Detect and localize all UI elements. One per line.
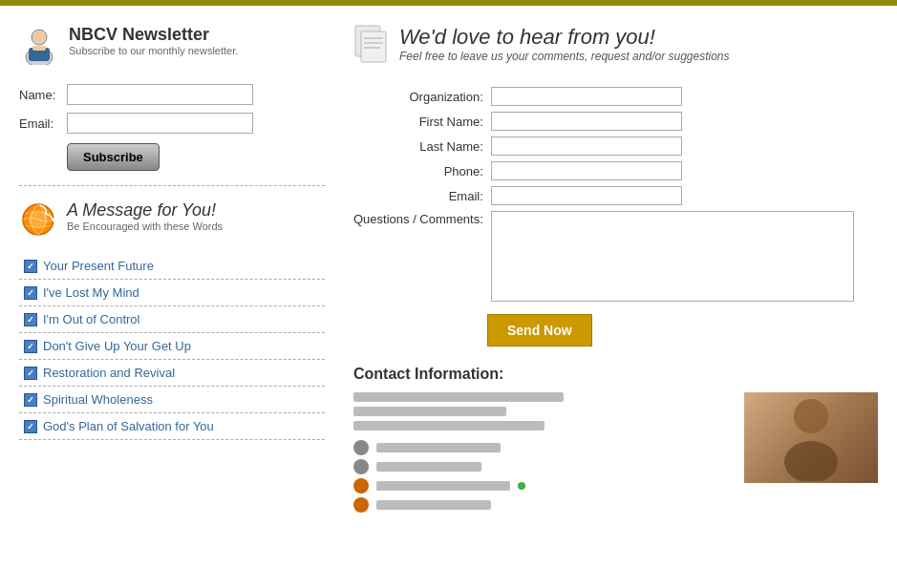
message-subtitle: Be Encouraged with these Words bbox=[67, 220, 223, 232]
list-item[interactable]: Your Present Future bbox=[19, 253, 325, 280]
svg-rect-9 bbox=[361, 32, 386, 62]
person-icon bbox=[19, 25, 59, 65]
form-table: Organization: First Name: Last Name: Pho… bbox=[353, 84, 860, 304]
first-name-label: First Name: bbox=[353, 109, 491, 134]
phone2-icon bbox=[353, 459, 369, 474]
menu-link[interactable]: Restoration and Revival bbox=[43, 366, 175, 380]
email-value bbox=[376, 481, 510, 491]
checkbox-icon bbox=[24, 260, 37, 273]
person-photo bbox=[744, 392, 878, 483]
website-icon bbox=[353, 497, 369, 513]
newsletter-text: NBCV Newsletter Subscribe to our monthly… bbox=[69, 25, 238, 56]
phone-row: Phone: bbox=[353, 158, 860, 183]
svg-point-13 bbox=[794, 399, 828, 433]
contact-form: Organization: First Name: Last Name: Pho… bbox=[353, 84, 878, 346]
person-silhouette bbox=[773, 395, 849, 481]
email-contact-row bbox=[353, 478, 725, 494]
document-icon bbox=[353, 25, 388, 65]
email-row: Email: bbox=[19, 113, 325, 134]
checkbox-icon bbox=[24, 340, 37, 353]
divider-1 bbox=[19, 185, 325, 186]
list-item[interactable]: God's Plan of Salvation for You bbox=[19, 413, 325, 440]
phone-value bbox=[376, 443, 501, 452]
organization-label: Organization: bbox=[353, 84, 491, 109]
contact-header: We'd love to hear from you! Feel free to… bbox=[353, 25, 878, 65]
checkbox-icon bbox=[24, 393, 37, 407]
list-item[interactable]: Don't Give Up Your Get Up bbox=[19, 333, 325, 360]
svg-point-14 bbox=[784, 441, 838, 481]
last-name-row: Last Name: bbox=[353, 134, 860, 158]
last-name-input[interactable] bbox=[491, 136, 682, 156]
questions-textarea[interactable] bbox=[491, 211, 854, 302]
menu-link[interactable]: I'm Out of Control bbox=[43, 312, 139, 326]
contact-info-title: Contact Information: bbox=[353, 366, 878, 383]
website-value bbox=[376, 500, 491, 510]
phone-label: Phone: bbox=[353, 158, 491, 183]
checkbox-icon bbox=[24, 313, 37, 326]
contact-details bbox=[353, 392, 878, 516]
first-name-input[interactable] bbox=[491, 112, 682, 131]
globe-icon bbox=[19, 200, 57, 239]
newsletter-subtitle: Subscribe to our monthly newsletter. bbox=[69, 45, 238, 56]
menu-link[interactable]: Your Present Future bbox=[43, 259, 154, 273]
newsletter-title: NBCV Newsletter bbox=[69, 25, 238, 45]
list-item[interactable]: I'm Out of Control bbox=[19, 306, 325, 333]
status-dot bbox=[518, 482, 525, 490]
menu-list: Your Present Future I've Lost My Mind I'… bbox=[19, 253, 325, 440]
list-item[interactable]: I've Lost My Mind bbox=[19, 280, 325, 306]
name-input[interactable] bbox=[67, 84, 253, 105]
last-name-label: Last Name: bbox=[353, 134, 491, 158]
subscribe-button[interactable]: Subscribe bbox=[67, 143, 160, 171]
phone2-row bbox=[353, 459, 725, 474]
left-column: NBCV Newsletter Subscribe to our monthly… bbox=[19, 25, 325, 516]
contact-header-text: We'd love to hear from you! Feel free to… bbox=[399, 25, 730, 63]
address-line-3 bbox=[353, 421, 545, 430]
message-text: A Message for You! Be Encouraged with th… bbox=[67, 200, 223, 232]
checkbox-icon bbox=[24, 420, 37, 433]
name-label: Name: bbox=[19, 88, 67, 102]
organization-row: Organization: bbox=[353, 84, 860, 109]
list-item[interactable]: Spiritual Wholeness bbox=[19, 387, 325, 413]
contact-info-section: Contact Information: bbox=[353, 366, 878, 516]
website-row bbox=[353, 497, 725, 513]
svg-rect-4 bbox=[32, 46, 46, 51]
phone-icon bbox=[353, 440, 369, 455]
menu-link[interactable]: God's Plan of Salvation for You bbox=[43, 419, 214, 433]
address-line-2 bbox=[353, 407, 506, 416]
newsletter-section: NBCV Newsletter Subscribe to our monthly… bbox=[19, 25, 325, 65]
send-button-row: Send Now bbox=[353, 304, 878, 346]
checkbox-icon bbox=[24, 286, 37, 300]
contact-title: We'd love to hear from you! bbox=[399, 25, 730, 50]
contact-text-block bbox=[353, 392, 725, 516]
email-input[interactable] bbox=[67, 113, 253, 134]
list-item[interactable]: Restoration and Revival bbox=[19, 360, 325, 387]
checkbox-icon bbox=[24, 367, 37, 380]
menu-link[interactable]: I've Lost My Mind bbox=[43, 285, 139, 300]
send-button[interactable]: Send Now bbox=[487, 314, 592, 346]
contact-subtitle: Feel free to leave us your comments, req… bbox=[399, 50, 730, 63]
phone2-value bbox=[376, 462, 481, 472]
phone-row bbox=[353, 440, 725, 455]
email-label: Email: bbox=[353, 183, 491, 208]
svg-point-2 bbox=[33, 31, 45, 42]
first-name-row: First Name: bbox=[353, 109, 860, 134]
email-row: Email: bbox=[353, 183, 860, 208]
questions-label: Questions / Comments: bbox=[353, 208, 491, 304]
message-title: A Message for You! bbox=[67, 200, 223, 220]
email-label: Email: bbox=[19, 116, 67, 131]
questions-row: Questions / Comments: bbox=[353, 208, 860, 304]
phone-input[interactable] bbox=[491, 161, 682, 180]
address-line-1 bbox=[353, 392, 564, 402]
menu-link[interactable]: Spiritual Wholeness bbox=[43, 392, 153, 407]
email-input[interactable] bbox=[491, 186, 682, 205]
menu-link[interactable]: Don't Give Up Your Get Up bbox=[43, 339, 191, 353]
email-icon bbox=[353, 478, 369, 494]
name-row: Name: bbox=[19, 84, 325, 105]
right-column: We'd love to hear from you! Feel free to… bbox=[353, 25, 878, 516]
message-section: A Message for You! Be Encouraged with th… bbox=[19, 200, 325, 239]
photo-inner bbox=[744, 392, 878, 483]
organization-input[interactable] bbox=[491, 87, 682, 106]
